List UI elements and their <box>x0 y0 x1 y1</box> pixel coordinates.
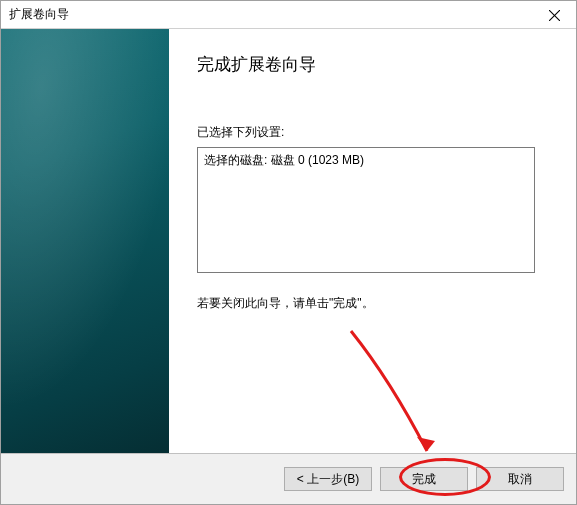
back-button[interactable]: < 上一步(B) <box>284 467 372 491</box>
titlebar: 扩展卷向导 <box>1 1 576 29</box>
upper-area: 完成扩展卷向导 已选择下列设置: 选择的磁盘: 磁盘 0 (1023 MB) 若… <box>1 29 576 453</box>
page-heading: 完成扩展卷向导 <box>197 53 548 76</box>
settings-line: 选择的磁盘: 磁盘 0 (1023 MB) <box>204 152 528 169</box>
wizard-body: 完成扩展卷向导 已选择下列设置: 选择的磁盘: 磁盘 0 (1023 MB) 若… <box>1 29 576 504</box>
finish-button[interactable]: 完成 <box>380 467 468 491</box>
window-title: 扩展卷向导 <box>9 6 69 23</box>
wizard-side-banner <box>1 29 169 453</box>
close-icon <box>549 10 560 21</box>
close-hint: 若要关闭此向导，请单击"完成"。 <box>197 295 548 312</box>
close-button[interactable] <box>532 1 576 29</box>
wizard-window: 扩展卷向导 完成扩展卷向导 已选择下列设置: 选择的磁盘: 磁盘 0 (1023… <box>0 0 577 505</box>
selected-settings-box[interactable]: 选择的磁盘: 磁盘 0 (1023 MB) <box>197 147 535 273</box>
footer: < 上一步(B) 完成 取消 <box>1 454 576 504</box>
main-panel: 完成扩展卷向导 已选择下列设置: 选择的磁盘: 磁盘 0 (1023 MB) 若… <box>169 29 576 453</box>
cancel-button[interactable]: 取消 <box>476 467 564 491</box>
selected-settings-label: 已选择下列设置: <box>197 124 548 141</box>
